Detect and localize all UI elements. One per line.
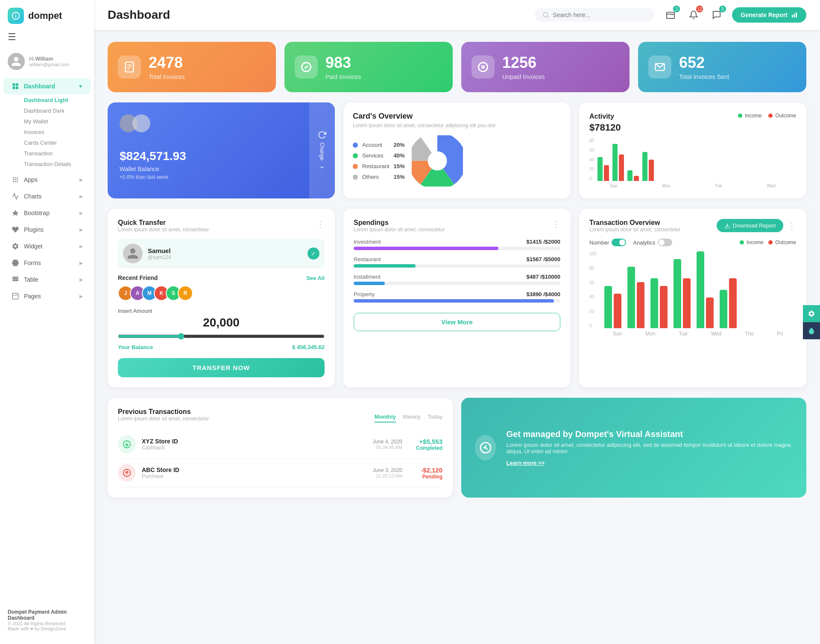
to-outcome-legend: Outcome	[768, 239, 796, 245]
prev-row: Previous Transactions Lorem ipsum dolor …	[108, 398, 806, 498]
qt-subtitle: Lorem ipsum dolor sit amet, consectetur	[118, 227, 209, 233]
to-outcome-wed	[683, 278, 691, 328]
number-toggle-switch[interactable]	[612, 239, 626, 246]
analytics-toggle-switch[interactable]	[658, 239, 672, 246]
submenu-cards-center[interactable]: Cards Center	[20, 137, 94, 148]
submenu-dashboard-dark[interactable]: Dashboard Dark	[20, 105, 94, 116]
download-report-button[interactable]: Download Report	[717, 219, 783, 232]
sidebar-item-table[interactable]: Table ▶	[3, 271, 91, 288]
chevron-right-icon: ▶	[79, 177, 83, 183]
view-more-button[interactable]: View More	[354, 313, 560, 331]
svg-point-12	[17, 181, 18, 182]
wallet-change-label: Change	[319, 143, 325, 160]
stat-card-total: 2478 Total Invoices	[108, 42, 276, 92]
star-icon	[11, 209, 20, 217]
sidebar-item-plugins[interactable]: Plugins ▶	[3, 221, 91, 238]
settings-float-btn[interactable]	[803, 305, 820, 322]
pt-txn-status: Completed	[408, 445, 442, 451]
chevron-right-icon: ▶	[79, 277, 83, 283]
co-body: Account 20% Services 40% Restaurant 15%	[353, 135, 561, 186]
wallet-badge: 2	[673, 6, 680, 12]
va-learn-more-link[interactable]: Learn more >>	[506, 460, 545, 466]
co-title: Card's Overview	[353, 112, 561, 121]
toggle-analytics: Analytics	[633, 239, 672, 246]
to-bar-labels: Sun Mon Tue Wed Thu Fri	[600, 331, 796, 337]
chevron-down-icon: ▼	[78, 84, 83, 89]
sidebar-item-widget[interactable]: Widget ▶	[3, 238, 91, 254]
generate-report-button[interactable]: Generate Report	[732, 7, 806, 23]
check-icon	[295, 55, 318, 79]
pt-txn-date-block: June 4, 2020 05:34:45 AM	[373, 439, 402, 450]
transfer-now-button[interactable]: TRANSFER NOW	[118, 358, 325, 377]
sidebar-item-apps[interactable]: Apps ▶	[3, 172, 91, 188]
friend-avatar-5: R	[178, 286, 193, 301]
bar-chart-icon	[791, 12, 798, 18]
search-input[interactable]	[553, 12, 638, 18]
dots-menu-sp[interactable]: ⋮	[552, 219, 560, 229]
dots-menu-qt[interactable]: ⋮	[316, 219, 325, 229]
to-income-wed	[674, 259, 681, 328]
bell-icon	[689, 10, 698, 20]
outcome-dot	[768, 114, 773, 118]
wallet-icon-btn[interactable]: 2	[663, 7, 678, 23]
pt-txn2-name: ABC Store ID	[142, 466, 367, 473]
to-income-tue	[650, 278, 658, 328]
to-income-sun	[604, 286, 612, 328]
stat-card-paid: 983 Paid Invoices	[284, 42, 453, 92]
pt-tabs: Monthly Weekly Today	[375, 414, 442, 423]
sidebar-menu: Dashboard ▼ Dashboard Light Dashboard Da…	[0, 78, 94, 604]
bar-group-tue	[627, 170, 639, 181]
co-dot-services	[353, 153, 358, 158]
qt-see-all-link[interactable]: See All	[306, 275, 325, 281]
sidebar-item-bootstrap[interactable]: Bootstrap ▶	[3, 205, 91, 221]
sidebar-item-pages[interactable]: Pages ▶	[3, 288, 91, 304]
hamburger-btn[interactable]: ☰	[0, 32, 94, 49]
bell-icon-btn[interactable]: 12	[686, 7, 701, 23]
right-float-panel	[803, 305, 820, 339]
grid-icon	[11, 82, 20, 90]
sidebar-item-charts[interactable]: Charts ▶	[3, 188, 91, 204]
sidebar-item-forms[interactable]: Forms ▶	[3, 255, 91, 271]
sidebar-item-dashboard[interactable]: Dashboard ▼	[3, 78, 91, 94]
wallet-change: +0.8% than last week	[120, 174, 323, 180]
co-dot-account	[353, 143, 358, 148]
submenu-my-wallet[interactable]: My Wallet	[20, 116, 94, 127]
pt-tab-weekly[interactable]: Weekly	[403, 414, 421, 423]
search-bar[interactable]	[535, 8, 654, 22]
qt-title: Quick Transfer	[118, 219, 209, 227]
to-legend: Income Outcome	[740, 239, 796, 245]
bar-group-mon	[612, 144, 624, 181]
chevron-down-small-icon	[319, 164, 325, 170]
qt-balance-value: $ 456,345.62	[292, 344, 325, 350]
stat-info-total: 2478 Total Invoices	[149, 54, 185, 80]
submenu-dashboard-light[interactable]: Dashboard Light	[20, 95, 94, 105]
svg-point-9	[17, 179, 18, 181]
pt-txn-icon	[118, 435, 136, 453]
download-icon	[724, 223, 730, 229]
chart-icon	[11, 192, 20, 201]
income-bar-sun	[597, 157, 603, 181]
page-title: Dashboard	[108, 8, 526, 22]
submenu-transaction[interactable]: Transaction	[20, 148, 94, 159]
svg-rect-14	[13, 260, 18, 262]
pt-tab-today[interactable]: Today	[428, 414, 442, 423]
water-float-btn[interactable]	[803, 322, 820, 339]
dots-menu-to[interactable]: ⋮	[788, 221, 796, 231]
outcome-bar-tue	[634, 176, 639, 181]
chat-icon-btn[interactable]: 5	[709, 7, 724, 23]
to-bar-wed	[674, 259, 691, 328]
gear-icon	[11, 242, 20, 251]
qt-amount-label: Insert Amount	[118, 308, 325, 314]
wallet-change-btn[interactable]: Change	[309, 102, 335, 198]
pt-tab-monthly[interactable]: Monthly	[375, 414, 396, 423]
submenu-transaction-details[interactable]: Transaction Details	[20, 159, 94, 169]
va-icon	[475, 435, 496, 460]
wallet-amount: $824,571.93	[120, 149, 323, 163]
wallet-label: Wallet Balance	[120, 166, 323, 172]
pt-txn-date: June 4, 2020	[373, 439, 402, 445]
logo-icon	[8, 8, 24, 24]
transfer-amount-slider[interactable]	[118, 333, 325, 340]
submenu-invoices[interactable]: Invoices	[20, 127, 94, 137]
chevron-right-icon: ▶	[79, 294, 83, 299]
sp-bar-installment	[354, 282, 385, 285]
